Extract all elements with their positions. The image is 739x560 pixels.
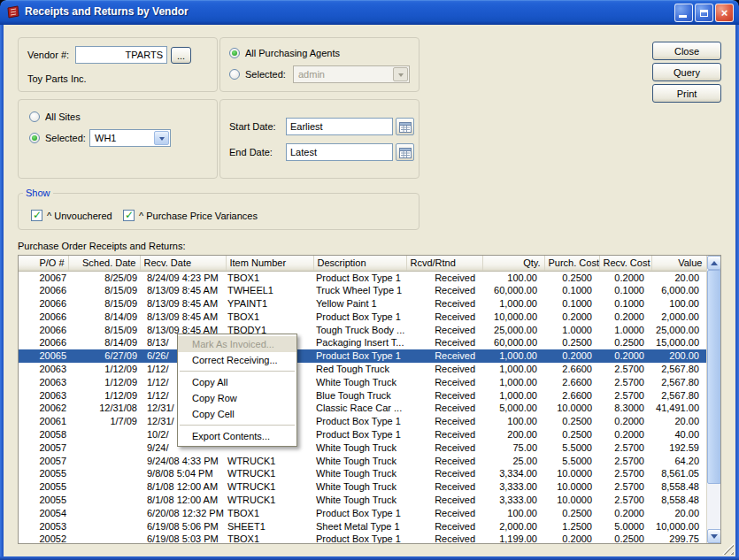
table-cell[interactable]: Received: [406, 363, 482, 376]
table-cell[interactable]: 10,000.00: [651, 520, 706, 533]
table-cell[interactable]: 0.2000: [544, 533, 599, 544]
table-cell[interactable]: 20053: [19, 520, 68, 533]
vendor-browse-button[interactable]: ...: [171, 47, 191, 64]
table-cell[interactable]: 2,567.80: [651, 389, 706, 403]
table-cell[interactable]: 10.0000: [544, 494, 599, 507]
table-row[interactable]: 200656/27/096/26/Product Box Type 1Recei…: [19, 349, 706, 363]
table-cell[interactable]: 2.5700: [599, 455, 651, 468]
table-cell[interactable]: 8,558.48: [651, 494, 706, 507]
table-cell[interactable]: 20066: [19, 336, 68, 349]
table-cell[interactable]: Truck Wheel Type 1: [313, 284, 406, 297]
table-cell[interactable]: TBOX1: [226, 507, 313, 520]
table-cell[interactable]: 5.5000: [544, 455, 599, 468]
table-cell[interactable]: 5.5000: [544, 441, 599, 455]
table-cell[interactable]: 1,000.00: [482, 297, 544, 311]
table-cell[interactable]: 20063: [19, 376, 68, 389]
site-select[interactable]: WH1: [89, 129, 171, 147]
table-cell[interactable]: Yellow Paint 1: [313, 297, 406, 311]
table-row[interactable]: 200668/14/098/13/09 8:45 AMTBOX1Product …: [19, 311, 706, 324]
close-button[interactable]: Close: [652, 42, 721, 60]
table-cell[interactable]: 20.00: [651, 271, 706, 284]
table-cell[interactable]: 3,333.00: [482, 494, 544, 507]
table-row[interactable]: 200668/15/098/13/09 8:45 AMTBODY1Tough T…: [19, 324, 706, 337]
table-cell[interactable]: 20066: [19, 284, 68, 297]
column-header[interactable]: Recv. Date: [140, 256, 226, 271]
table-cell[interactable]: 8/25/09: [68, 271, 140, 284]
table-cell[interactable]: Received: [406, 441, 482, 455]
all-purchasing-agents-radio[interactable]: [229, 48, 240, 58]
table-cell[interactable]: 8,558.48: [651, 480, 706, 494]
table-cell[interactable]: 12/31/08: [68, 402, 140, 415]
table-cell[interactable]: 8/13/09 8:45 AM: [140, 311, 226, 324]
table-cell[interactable]: Blue Tough Truck: [313, 389, 406, 403]
table-cell[interactable]: 2.6600: [544, 376, 599, 389]
table-cell[interactable]: White Tough Truck: [313, 441, 406, 455]
column-header[interactable]: Qty.: [482, 256, 544, 271]
table-cell[interactable]: 2.5700: [599, 467, 651, 480]
menu-item[interactable]: Copy Cell: [178, 406, 296, 422]
table-cell[interactable]: Product Box Type 1: [313, 415, 406, 428]
table-cell[interactable]: WTRUCK1: [226, 480, 313, 494]
table-cell[interactable]: 100.00: [482, 271, 544, 284]
table-cell[interactable]: 3,334.00: [482, 467, 544, 480]
table-cell[interactable]: TBOX1: [226, 533, 313, 544]
table-cell[interactable]: 0.2000: [599, 349, 651, 363]
table-row[interactable]: 200668/14/098/13/Packaging Insert T...Re…: [19, 336, 706, 349]
table-cell[interactable]: 2,000.00: [651, 311, 706, 324]
table-cell[interactable]: White Tough Truck: [313, 455, 406, 468]
table-cell[interactable]: Product Box Type 1: [313, 507, 406, 520]
table-cell[interactable]: 60,000.00: [482, 284, 544, 297]
menu-item[interactable]: Export Contents...: [178, 428, 296, 444]
resize-grip[interactable]: [722, 543, 734, 555]
start-date-calendar-button[interactable]: [396, 118, 414, 135]
table-cell[interactable]: Product Box Type 1: [313, 533, 406, 544]
table-cell[interactable]: WTRUCK1: [226, 455, 313, 468]
table-cell[interactable]: 1/12/09: [68, 363, 140, 376]
table-cell[interactable]: 75.00: [482, 441, 544, 455]
table-cell[interactable]: Received: [406, 428, 482, 441]
table-cell[interactable]: Received: [406, 284, 482, 297]
table-cell[interactable]: 25.00: [482, 455, 544, 468]
titlebar[interactable]: Receipts and Returns by Vendor ×: [0, 0, 739, 25]
table-cell[interactable]: 299.75: [651, 533, 706, 544]
table-cell[interactable]: WTRUCK1: [226, 467, 313, 480]
table-row[interactable]: 200631/12/091/12/Blue Tough TruckReceive…: [19, 389, 706, 403]
column-header[interactable]: P/O #: [19, 256, 68, 271]
table-row[interactable]: 200668/15/098/13/09 8:45 AMYPAINT1Yellow…: [19, 297, 706, 311]
table-cell[interactable]: Received: [406, 389, 482, 403]
table-cell[interactable]: 8/15/09: [68, 297, 140, 311]
table-cell[interactable]: 1,000.00: [482, 389, 544, 403]
column-header[interactable]: Rcvd/Rtnd: [406, 256, 482, 271]
purchase-price-variances-label[interactable]: ^ Purchase Price Variances: [139, 207, 258, 225]
table-cell[interactable]: 25,000.00: [482, 324, 544, 337]
table-cell[interactable]: 2.6600: [544, 363, 599, 376]
table-cell[interactable]: Product Box Type 1: [313, 311, 406, 324]
table-cell[interactable]: WTRUCK1: [226, 494, 313, 507]
table-row[interactable]: 200631/12/091/12/White Tough TruckReceiv…: [19, 376, 706, 389]
table-cell[interactable]: 8/24/09 4:23 PM: [140, 271, 226, 284]
table-cell[interactable]: 10.0000: [544, 480, 599, 494]
table-cell[interactable]: 20067: [19, 271, 68, 284]
table-cell[interactable]: SHEET1: [226, 520, 313, 533]
table-cell[interactable]: 60,000.00: [482, 336, 544, 349]
table-cell[interactable]: 10.0000: [544, 402, 599, 415]
column-header[interactable]: Description: [313, 256, 406, 271]
table-cell[interactable]: 0.2500: [544, 415, 599, 428]
column-header[interactable]: Recv. Cost: [599, 256, 651, 271]
table-cell[interactable]: 20052: [19, 533, 68, 544]
table-cell[interactable]: 2,000.00: [482, 520, 544, 533]
table-cell[interactable]: 2.6600: [544, 389, 599, 403]
all-purchasing-agents-label[interactable]: All Purchasing Agents: [245, 44, 340, 62]
table-cell[interactable]: 3,333.00: [482, 480, 544, 494]
table-row[interactable]: 200579/24/08 4:33 PMWTRUCK1White Tough T…: [19, 455, 706, 468]
table-row[interactable]: 200558/1/08 12:00 AMWTRUCK1White Tough T…: [19, 494, 706, 507]
table-cell[interactable]: Product Box Type 1: [313, 428, 406, 441]
table-cell[interactable]: Received: [406, 520, 482, 533]
table-cell[interactable]: 10.0000: [544, 467, 599, 480]
table-cell[interactable]: [68, 533, 140, 544]
table-cell[interactable]: 20066: [19, 311, 68, 324]
table-cell[interactable]: 1,199.00: [482, 533, 544, 544]
table-cell[interactable]: TBOX1: [226, 311, 313, 324]
table-cell[interactable]: Received: [406, 480, 482, 494]
table-cell[interactable]: Received: [406, 455, 482, 468]
